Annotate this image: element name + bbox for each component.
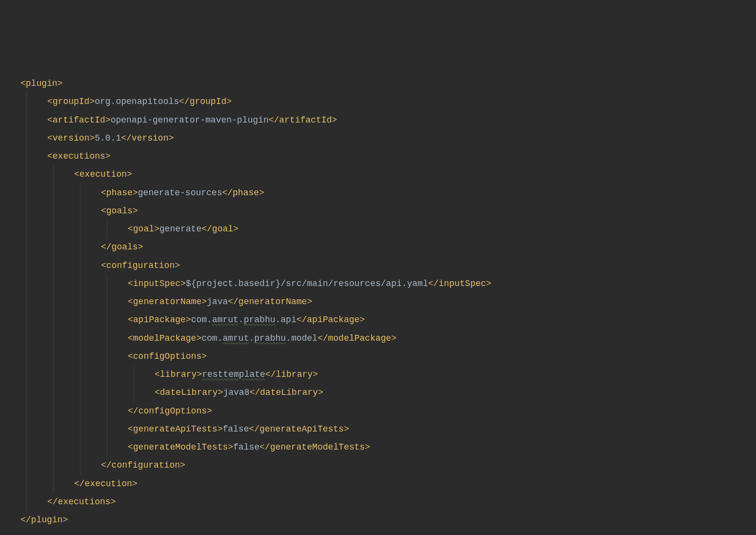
code-token: . [249, 333, 254, 343]
code-line[interactable]: <dateLibrary>java8</dateLibrary> [20, 384, 756, 402]
code-token: .model [286, 333, 318, 343]
code-line[interactable]: </configuration> [20, 456, 756, 474]
code-content: <version>5.0.1</version> [20, 129, 174, 147]
code-line[interactable]: <generatorName>java</generatorName> [20, 293, 756, 311]
code-content: <goals> [20, 202, 138, 220]
code-line[interactable]: </goals> [20, 238, 756, 256]
code-token: prabhu [244, 315, 276, 325]
code-content: <groupId>org.openapitools</groupId> [20, 93, 232, 111]
code-line[interactable]: <goal>generate</goal> [20, 220, 756, 238]
code-line[interactable]: <generateModelTests>false</generateModel… [20, 438, 756, 456]
code-content: </plugin> [20, 511, 68, 529]
code-token: <version> [47, 133, 95, 143]
code-line[interactable]: <generateApiTests>false</generateApiTest… [20, 420, 756, 438]
code-token: </inputSpec> [428, 279, 492, 288]
code-line[interactable]: </executions> [20, 493, 756, 511]
code-content: <execution> [20, 165, 132, 184]
code-content: <configuration> [20, 257, 180, 275]
code-token: <execution> [74, 169, 132, 179]
code-token: <modelPackage> [128, 333, 201, 343]
code-token: resttemplate [202, 370, 265, 379]
code-token: <groupId> [47, 97, 95, 106]
code-line[interactable]: <groupId>org.openapitools</groupId> [20, 93, 756, 111]
code-token: java8 [223, 388, 249, 397]
code-content: </executions> [20, 493, 116, 511]
code-line[interactable]: <goals> [20, 202, 756, 220]
code-content: <goal>generate</goal> [20, 220, 239, 238]
code-token: </artifactId> [269, 115, 337, 125]
code-line[interactable]: <inputSpec>${project.basedir}/src/main/r… [20, 275, 756, 293]
code-token: com. [201, 333, 222, 343]
code-token: </version> [121, 133, 174, 143]
code-content: <generateApiTests>false</generateApiTest… [20, 420, 349, 438]
code-token: <artifactId> [47, 115, 111, 125]
code-content: </configuration> [20, 456, 185, 474]
code-token: generate-sources [138, 188, 222, 198]
code-line[interactable]: </plugin> [20, 511, 756, 529]
code-token: amrut [212, 315, 239, 325]
code-token: <generateModelTests> [128, 442, 233, 452]
code-token: prabhu [254, 333, 286, 343]
code-line[interactable]: </configOptions> [20, 402, 756, 420]
code-token: <goals> [101, 206, 138, 216]
code-token: com. [191, 315, 212, 325]
code-line[interactable]: <plugin> [20, 75, 756, 93]
code-token: <goal> [128, 224, 159, 234]
code-line[interactable]: <modelPackage>com.amrut.prabhu.model</mo… [20, 329, 756, 348]
code-content: <executions> [20, 147, 111, 165]
code-token: </configOptions> [128, 406, 212, 416]
code-token: <dateLibrary> [155, 388, 223, 397]
code-line[interactable]: <execution> [20, 165, 756, 184]
code-token: <plugin> [20, 79, 62, 88]
code-token: generate [159, 224, 201, 234]
code-token: <library> [155, 370, 202, 379]
code-content: </goals> [20, 238, 143, 256]
code-content: <artifactId>openapi-generator-maven-plug… [20, 111, 337, 129]
code-token: </generateApiTests> [249, 424, 349, 434]
code-content: </configOptions> [20, 402, 212, 420]
code-content: <configOptions> [20, 348, 207, 366]
code-token: 5.0.1 [95, 133, 121, 143]
code-token: </groupId> [179, 97, 232, 106]
code-token: <apiPackage> [128, 315, 191, 325]
code-token: <phase> [101, 188, 138, 198]
code-token: </goals> [101, 242, 143, 252]
code-token: </goal> [201, 224, 239, 234]
code-token: false [222, 424, 249, 434]
code-token: <inputSpec> [128, 279, 186, 288]
code-token: ${project.basedir}/src/main/resources/ap… [186, 279, 428, 288]
code-content: <library>resttemplate</library> [20, 366, 318, 384]
code-token: </generatorName> [228, 297, 312, 307]
code-content: <inputSpec>${project.basedir}/src/main/r… [20, 275, 491, 293]
code-line[interactable]: <executions> [20, 147, 756, 165]
code-token: </generateModelTests> [259, 442, 370, 452]
code-line[interactable]: </execution> [20, 475, 756, 493]
code-content: <modelPackage>com.amrut.prabhu.model</mo… [20, 329, 397, 348]
code-content: <apiPackage>com.amrut.prabhu.api</apiPac… [20, 311, 365, 329]
code-token: <configuration> [101, 261, 180, 270]
code-token: </configuration> [101, 460, 185, 470]
code-token: </library> [265, 370, 318, 379]
code-line[interactable]: <artifactId>openapi-generator-maven-plug… [20, 111, 756, 129]
code-content: <plugin> [20, 75, 62, 93]
code-line[interactable]: <configOptions> [20, 348, 756, 366]
code-token: <configOptions> [128, 351, 207, 361]
code-token: </executions> [47, 497, 116, 507]
code-line[interactable]: <apiPackage>com.amrut.prabhu.api</apiPac… [20, 311, 756, 329]
code-token: </apiPackage> [297, 315, 365, 325]
code-token: java [207, 297, 228, 307]
code-token: false [233, 442, 259, 452]
code-token: amrut [222, 333, 249, 343]
code-content: <dateLibrary>java8</dateLibrary> [20, 384, 323, 402]
code-token: </modelPackage> [318, 333, 397, 343]
code-token: </phase> [222, 188, 264, 198]
code-editor[interactable]: <plugin><groupId>org.openapitools</group… [0, 75, 756, 529]
code-line[interactable]: <configuration> [20, 257, 756, 275]
code-token: <generateApiTests> [128, 424, 222, 434]
code-content: <generatorName>java</generatorName> [20, 293, 312, 311]
code-line[interactable]: <library>resttemplate</library> [20, 366, 756, 384]
code-line[interactable]: <phase>generate-sources</phase> [20, 184, 756, 202]
code-line[interactable]: <version>5.0.1</version> [20, 129, 756, 147]
code-content: <phase>generate-sources</phase> [20, 184, 264, 202]
code-token: </plugin> [20, 515, 68, 525]
